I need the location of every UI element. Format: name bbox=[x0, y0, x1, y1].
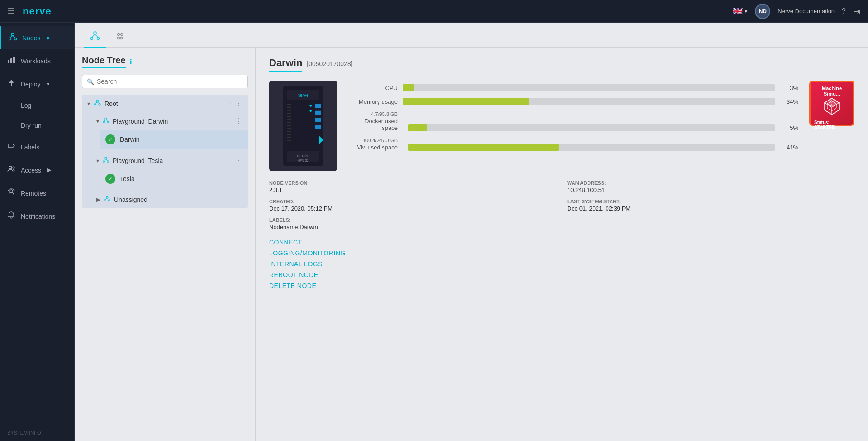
svg-point-22 bbox=[94, 104, 96, 105]
svg-point-8 bbox=[9, 166, 12, 169]
logo-text: nerve bbox=[23, 5, 52, 17]
svg-point-27 bbox=[103, 121, 105, 123]
left-panel: Node Tree ℹ 🔍 ▾ bbox=[75, 48, 256, 441]
node-version-field: NODE VERSION: 2.3.1 bbox=[269, 180, 556, 193]
svg-line-29 bbox=[104, 120, 106, 121]
svg-rect-60 bbox=[315, 125, 321, 129]
svg-line-24 bbox=[95, 102, 97, 104]
logout-icon[interactable]: ⇥ bbox=[853, 6, 861, 17]
content-area: Node Tree ℹ 🔍 ▾ bbox=[75, 23, 868, 441]
info-icon[interactable]: ℹ bbox=[129, 58, 132, 66]
action-links: CONNECT LOGGING/MONITORING INTERNAL LOGS… bbox=[269, 239, 854, 289]
svg-line-13 bbox=[92, 34, 95, 38]
sidebar-arrow-nodes: ▶ bbox=[47, 35, 50, 41]
sidebar-item-log[interactable]: Log bbox=[0, 96, 74, 115]
tab-flat-list[interactable] bbox=[110, 27, 133, 48]
sort-icon[interactable]: ↕ bbox=[229, 100, 232, 107]
sidebar-item-notifications[interactable]: Notifications bbox=[0, 205, 74, 228]
search-icon: 🔍 bbox=[87, 78, 94, 85]
memory-label: Memory usage bbox=[348, 98, 398, 105]
svg-rect-6 bbox=[10, 58, 12, 63]
workloads-icon bbox=[7, 56, 15, 66]
svg-line-40 bbox=[107, 198, 109, 200]
svg-point-17 bbox=[118, 37, 120, 39]
tree-node-root: ▾ Root ↕ ⋮ bbox=[82, 95, 248, 208]
svg-rect-46 bbox=[287, 110, 291, 110]
memory-bar bbox=[403, 98, 775, 105]
connect-link[interactable]: CONNECT bbox=[269, 239, 854, 246]
cpu-label: CPU bbox=[348, 85, 398, 91]
svg-point-0 bbox=[11, 33, 14, 36]
cpu-bar-fill bbox=[403, 84, 414, 91]
hamburger-menu-icon[interactable]: ☰ bbox=[7, 6, 14, 16]
vm-sub: 100.4/247.3 GB bbox=[348, 138, 398, 143]
playground-darwin-more-icon[interactable]: ⋮ bbox=[235, 117, 242, 125]
playground-darwin-header[interactable]: ▾ Playg bbox=[91, 112, 248, 130]
svg-rect-50 bbox=[287, 122, 291, 123]
playground-tesla-more-icon[interactable]: ⋮ bbox=[235, 156, 242, 165]
sidebar-item-labels[interactable]: Labels bbox=[0, 135, 74, 158]
root-more-icon[interactable]: ⋮ bbox=[235, 99, 242, 108]
playground-tesla-header[interactable]: ▾ Playg bbox=[91, 152, 248, 169]
vm-bar bbox=[408, 144, 775, 151]
memory-metric-row: Memory usage 34% bbox=[348, 98, 798, 105]
svg-point-63 bbox=[309, 110, 311, 111]
node-version-label: NODE VERSION: bbox=[269, 180, 556, 186]
sidebar-label-access: Access bbox=[21, 167, 41, 174]
sidebar-item-dryrun[interactable]: Dry run bbox=[0, 115, 74, 135]
sidebar-item-workloads[interactable]: Workloads bbox=[0, 49, 74, 72]
workload-tile[interactable]: Machine Simu... bbox=[809, 81, 854, 126]
root-node-icon bbox=[94, 99, 101, 108]
root-label: Root bbox=[104, 100, 225, 107]
help-icon[interactable]: ? bbox=[842, 7, 846, 15]
svg-text:NERVE: NERVE bbox=[297, 154, 309, 158]
sidebar-item-remotes[interactable]: Remotes bbox=[0, 182, 74, 205]
cpu-metric-row: CPU 3% bbox=[348, 84, 798, 91]
sidebar-item-deploy[interactable]: Deploy ▾ bbox=[0, 72, 74, 96]
search-input[interactable] bbox=[97, 78, 243, 85]
svg-line-34 bbox=[104, 159, 106, 161]
docker-metric-row: 4.7/95.8 GB Docker used space 5% bbox=[348, 111, 798, 131]
vm-metric-row: 100.4/247.3 GB VM used space 41% bbox=[348, 138, 798, 151]
tab-node-tree[interactable] bbox=[84, 27, 106, 48]
user-name[interactable]: Nerve Documentation bbox=[778, 8, 835, 14]
svg-point-37 bbox=[104, 200, 106, 201]
tree-leaf-tesla[interactable]: ✓ Tesla bbox=[100, 169, 248, 188]
node-device-image: nerve bbox=[269, 81, 337, 171]
sidebar-item-nodes[interactable]: Nodes ▶ bbox=[0, 26, 74, 49]
cpu-pct: 3% bbox=[780, 85, 798, 91]
language-selector[interactable]: 🇬🇧 ▾ bbox=[733, 6, 748, 16]
sidebar-label-labels: Labels bbox=[21, 144, 39, 151]
system-info[interactable]: SYSTEM INFO bbox=[0, 425, 74, 441]
internal-logs-link[interactable]: INTERNAL LOGS bbox=[269, 260, 854, 268]
reboot-node-link[interactable]: REBOOT NODE bbox=[269, 271, 854, 278]
darwin-status-icon: ✓ bbox=[105, 134, 115, 144]
labels-icon bbox=[7, 142, 15, 152]
svg-point-2 bbox=[14, 38, 17, 40]
unassigned-header[interactable]: ▶ Unass bbox=[91, 191, 248, 208]
created-value: Dec 17, 2020, 05:12 PM bbox=[269, 205, 556, 212]
svg-rect-58 bbox=[315, 111, 321, 115]
delete-node-link[interactable]: DELETE NODE bbox=[269, 282, 854, 289]
avatar[interactable]: ND bbox=[755, 4, 770, 19]
svg-rect-51 bbox=[287, 125, 291, 126]
panel-title-row: Node Tree ℹ bbox=[82, 55, 248, 68]
labels-label: LABELS: bbox=[269, 217, 556, 223]
svg-point-16 bbox=[121, 33, 123, 35]
tree-node-unassigned: ▶ Unass bbox=[91, 191, 248, 208]
docker-bar-fill bbox=[408, 124, 427, 131]
svg-text:MFN G2: MFN G2 bbox=[297, 159, 308, 162]
logging-link[interactable]: LOGGING/MONITORING bbox=[269, 249, 854, 257]
tree-node-root-header[interactable]: ▾ Root ↕ ⋮ bbox=[82, 95, 248, 112]
svg-point-21 bbox=[96, 100, 99, 102]
flag-icon: 🇬🇧 bbox=[733, 6, 743, 16]
main-layout: Nodes ▶ Workloads Deploy ▾ bbox=[0, 23, 868, 441]
sidebar-label-deploy: Deploy bbox=[21, 81, 41, 88]
playground-darwin-icon bbox=[103, 117, 109, 125]
metrics-panel: CPU 3% Memory usage 34% bbox=[348, 81, 798, 171]
logo: nerve bbox=[23, 5, 52, 17]
sidebar-item-access[interactable]: Access ▶ bbox=[0, 158, 74, 182]
tree-leaf-darwin[interactable]: ✓ Darwin bbox=[100, 130, 248, 149]
svg-point-11 bbox=[91, 38, 93, 40]
node-info-grid: NODE VERSION: 2.3.1 WAN ADDRESS: 10.248.… bbox=[269, 180, 854, 230]
